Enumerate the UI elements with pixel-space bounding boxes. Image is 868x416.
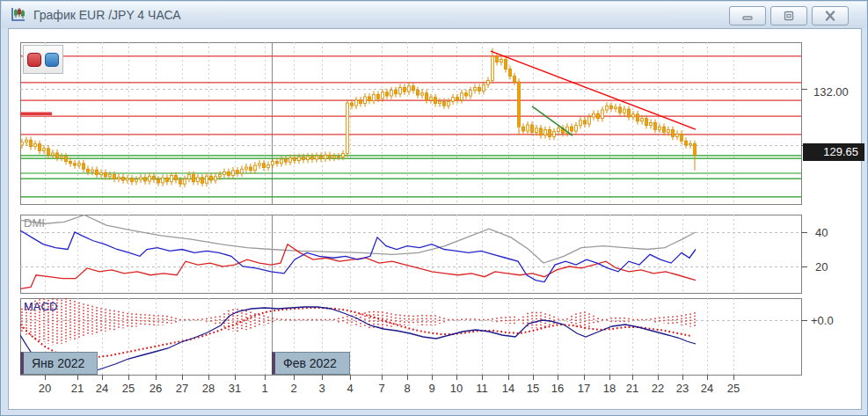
price-tick-132: 132.00 (813, 85, 849, 99)
red-marker-button[interactable] (27, 53, 41, 67)
blue-marker-button[interactable] (45, 53, 59, 67)
macd-tick-zero: +0.0 (811, 314, 834, 327)
chart-object-toolbar (23, 45, 63, 74)
month-label-jan: Янв 2022 (20, 352, 98, 375)
dmi-label: DMI (24, 216, 45, 230)
chart-canvas[interactable] (1, 1, 868, 416)
month-label-feb: Фев 2022 (272, 352, 350, 375)
dmi-tick-40: 40 (815, 226, 828, 239)
dmi-tick-20: 20 (815, 260, 828, 274)
current-price-badge: 129.65 (803, 143, 864, 161)
chart-window: График EUR /JPY 4 ЧАСА (0, 0, 868, 416)
macd-label: MACD (24, 300, 57, 313)
